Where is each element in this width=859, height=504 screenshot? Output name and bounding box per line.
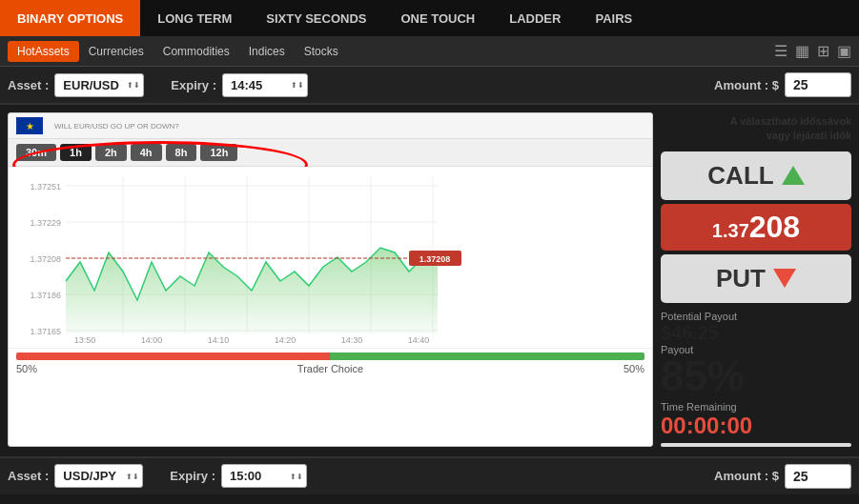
time-periods: 30m 1h 2h 4h 8h 12h [9, 139, 652, 167]
svg-text:1.37208: 1.37208 [419, 254, 451, 264]
subnav-commodities[interactable]: Commodities [153, 41, 239, 62]
payout-section: Potential Payout $46.25 Payout 85% Time … [661, 311, 851, 447]
potential-payout-value: $46.25 [661, 322, 851, 344]
chart-header: ★ WILL EUR/USD GO UP OR DOWN? [9, 113, 652, 139]
bottom-amount-label: Amount : $ [714, 469, 779, 483]
svg-text:1.37208: 1.37208 [30, 254, 61, 264]
time-remaining-label: Time Remaining [661, 401, 851, 413]
chart-area: ★ WILL EUR/USD GO UP OR DOWN? 30m 1h 2h … [0, 105, 859, 454]
amount-label-top: Amount : $ [714, 78, 779, 92]
asset-select-wrapper: EUR/USD USD/JPY GBP/USD [54, 73, 144, 97]
top-control-bar: Asset : EUR/USD USD/JPY GBP/USD Expiry :… [0, 67, 859, 105]
bottom-asset-label: Asset : [8, 469, 49, 483]
nav-ladder[interactable]: LADDER [492, 0, 578, 36]
put-button[interactable]: PUT [661, 254, 851, 303]
price-prefix: 1.37 [712, 220, 749, 241]
list-icon[interactable]: ▦ [795, 42, 809, 60]
svg-text:1.37229: 1.37229 [30, 218, 61, 228]
bottom-expiry-select[interactable]: 15:00 15:15 [221, 464, 307, 488]
period-12h[interactable]: 12h [200, 144, 237, 161]
nav-sixty-seconds[interactable]: SIXTY SECONDS [249, 0, 383, 36]
svg-text:14:30: 14:30 [341, 335, 363, 345]
bottom-asset-select[interactable]: USD/JPY EUR/USD [54, 464, 143, 488]
trader-bar-labels: 50% Trader Choice 50% [16, 363, 644, 374]
trader-bar-right-pct: 50% [624, 363, 644, 374]
nav-one-touch[interactable]: ONE TOUCH [383, 0, 492, 36]
price-display: 1.37208 [661, 204, 851, 251]
amount-group-top: Amount : $ 25 [714, 72, 851, 97]
expiry-group: Expiry : 14:45 15:00 15:15 [171, 73, 308, 97]
put-triangle-icon [773, 269, 796, 288]
period-8h[interactable]: 8h [166, 144, 197, 161]
expiry-select[interactable]: 14:45 15:00 15:15 [222, 73, 308, 97]
subnav-stocks[interactable]: Stocks [295, 41, 348, 62]
asset-group: Asset : EUR/USD USD/JPY GBP/USD [8, 73, 144, 97]
chart-subtitle: WILL EUR/USD GO UP OR DOWN? [54, 122, 179, 131]
expiry-label: Expiry : [171, 78, 216, 92]
expiry-select-wrapper: 14:45 15:00 15:15 [222, 73, 308, 97]
price-chart: 1.37251 1.37229 1.37208 1.37186 1.37165 [9, 167, 466, 348]
period-4h[interactable]: 4h [131, 144, 162, 161]
subnav-hotassets[interactable]: HotAssets [8, 41, 79, 62]
nav-binary-options[interactable]: BINARY OPTIONS [0, 0, 140, 36]
flag-eu: ★ [16, 117, 43, 134]
trader-choice-section: 50% Trader Choice 50% [9, 348, 652, 380]
svg-text:14:10: 14:10 [208, 335, 230, 345]
svg-text:14:40: 14:40 [408, 335, 430, 345]
period-2h[interactable]: 2h [95, 144, 127, 161]
call-triangle-icon [782, 166, 805, 185]
asset-label: Asset : [8, 78, 49, 92]
potential-payout-label: Potential Payout [661, 311, 851, 322]
bottom-expiry-select-wrapper: 15:00 15:15 [221, 464, 307, 488]
bottom-amount-group: Amount : $ 25 [714, 464, 851, 489]
menu-icon[interactable]: ☰ [774, 42, 787, 60]
svg-text:1.37165: 1.37165 [30, 327, 61, 336]
chart-svg-container: 1.37251 1.37229 1.37208 1.37186 1.37165 [9, 167, 652, 348]
bottom-asset-select-wrapper: USD/JPY EUR/USD [54, 464, 143, 488]
bottom-expiry-group: Expiry : 15:00 15:15 [170, 464, 307, 488]
svg-text:14:00: 14:00 [141, 335, 163, 345]
svg-text:14:20: 14:20 [275, 335, 297, 345]
bottom-asset-group: Asset : USD/JPY EUR/USD [8, 464, 143, 488]
period-1h[interactable]: 1h [60, 144, 92, 161]
nav-pairs[interactable]: PAIRS [578, 0, 649, 36]
svg-text:13:50: 13:50 [74, 335, 96, 345]
sub-navigation: HotAssets Currencies Commodities Indices… [0, 36, 859, 67]
view-icons: ☰ ▦ ⊞ ▣ [774, 42, 851, 60]
price-suffix: 208 [749, 210, 800, 244]
subnav-indices[interactable]: Indices [239, 41, 295, 62]
bottom-expiry-label: Expiry : [170, 469, 215, 483]
amount-input-top[interactable]: 25 [785, 72, 851, 97]
payout-value: 85% [661, 355, 851, 397]
nav-long-term[interactable]: LONG TERM [140, 0, 249, 36]
svg-text:1.37186: 1.37186 [30, 291, 61, 300]
svg-text:1.37251: 1.37251 [30, 182, 61, 192]
svg-text:★: ★ [26, 121, 34, 131]
call-button[interactable]: CALL [661, 151, 851, 200]
call-label: CALL [707, 161, 773, 191]
asset-select[interactable]: EUR/USD USD/JPY GBP/USD [54, 73, 144, 97]
grid-icon[interactable]: ⊞ [817, 42, 829, 60]
trader-bar-title: Trader Choice [297, 363, 363, 374]
right-panel: A választható időssávokvagy lejárati idő… [661, 112, 851, 447]
bottom-control-bar: Asset : USD/JPY EUR/USD Expiry : 15:00 1… [0, 456, 859, 494]
put-label: PUT [716, 264, 766, 293]
time-remaining-value: 00:00:00 [661, 413, 851, 439]
options-icon[interactable]: ▣ [837, 42, 851, 60]
progress-bar [661, 443, 851, 447]
period-30m[interactable]: 30m [16, 144, 56, 161]
bottom-amount-input[interactable]: 25 [785, 464, 851, 489]
trader-bar [16, 353, 644, 360]
trader-bar-left-pct: 50% [16, 363, 37, 374]
chart-container: ★ WILL EUR/USD GO UP OR DOWN? 30m 1h 2h … [8, 112, 653, 447]
subnav-currencies[interactable]: Currencies [79, 41, 153, 62]
top-navigation: BINARY OPTIONS LONG TERM SIXTY SECONDS O… [0, 0, 859, 36]
annotation-text: A választható időssávokvagy lejárati idő… [661, 112, 851, 148]
